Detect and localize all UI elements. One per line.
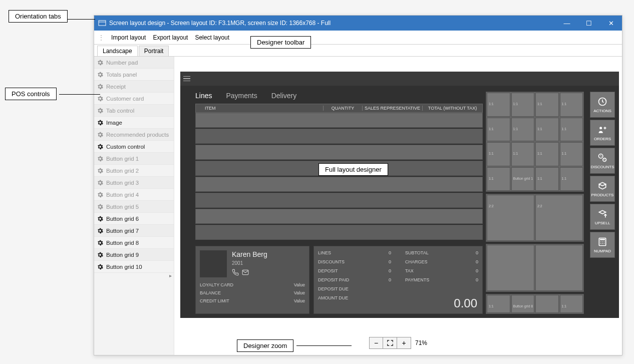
tab-portrait[interactable]: Portrait xyxy=(139,46,169,56)
customer-card[interactable]: Karen Berg 2001 LOYALTY CARDValue BALANC… xyxy=(195,246,309,314)
grid-cell[interactable]: Button grid 1 xyxy=(511,167,535,191)
sidebar-item[interactable]: Number pad xyxy=(94,57,174,69)
grid-cell[interactable]: Button grid 8 xyxy=(511,295,535,313)
zoom-fit-button[interactable] xyxy=(383,337,397,349)
grid-cell[interactable] xyxy=(487,245,534,291)
lines-value: 0 xyxy=(389,250,391,255)
sidebar-pager[interactable]: ▸ xyxy=(94,273,174,280)
grid-cell[interactable]: 1:1 xyxy=(487,295,510,313)
sidebar-item[interactable]: Custom control xyxy=(94,141,174,153)
grid-cell[interactable]: 1:1 xyxy=(560,118,583,142)
table-row[interactable] xyxy=(195,177,483,192)
sidebar-item-label: Button grid 1 xyxy=(106,156,139,162)
grid-cell[interactable] xyxy=(535,295,559,313)
sidebar-item[interactable]: Button grid 10 xyxy=(94,261,174,273)
svg-point-11 xyxy=(600,243,601,244)
button-grid-2[interactable]: 2:22:2 xyxy=(486,194,584,242)
pos-tab-lines[interactable]: Lines xyxy=(195,92,212,100)
callout-line xyxy=(296,345,352,346)
grid-cell[interactable]: 1:1 xyxy=(487,142,510,166)
app-icon xyxy=(98,19,106,27)
grid-cell[interactable]: 1:1 xyxy=(535,93,559,117)
grid-cell[interactable]: 1:1 xyxy=(511,93,535,117)
sidebar-item-label: Image xyxy=(106,120,122,126)
sidebar-item[interactable]: Button grid 2 xyxy=(94,165,174,177)
grid-cell[interactable]: 1:1 xyxy=(511,118,535,142)
svg-point-10 xyxy=(604,241,605,242)
sidebar-item-label: Number pad xyxy=(106,60,138,66)
zoom-controls: − + 71% xyxy=(369,337,427,349)
callout-designer-toolbar: Designer toolbar xyxy=(250,36,311,49)
phone-icon[interactable] xyxy=(232,269,239,276)
sidebar-item[interactable]: Receipt xyxy=(94,81,174,93)
sidebar-item[interactable]: Customer card xyxy=(94,93,174,105)
grid-cell[interactable]: 1:1 xyxy=(560,167,583,191)
deposit-due-label: DEPOSIT DUE xyxy=(318,286,349,291)
hamburger-icon[interactable] xyxy=(183,76,190,82)
grid-cell[interactable]: 1:1 xyxy=(535,142,559,166)
sidebar-item[interactable]: Button grid 7 xyxy=(94,225,174,237)
select-layout-button[interactable]: Select layout xyxy=(195,34,229,41)
grid-cell[interactable]: 1:1 xyxy=(535,167,559,191)
action-button-numpad[interactable]: NUMPAD xyxy=(590,232,615,258)
sidebar-item[interactable]: Totals panel xyxy=(94,69,174,81)
table-row[interactable] xyxy=(195,209,483,224)
orientation-tabs: Landscape Portrait xyxy=(94,45,622,57)
button-grid-1[interactable]: 1:11:11:11:11:11:11:11:11:11:11:11:11:1B… xyxy=(486,92,584,192)
action-button-upsell[interactable]: UPSELL xyxy=(590,204,615,230)
button-grid-8[interactable]: 1:1Button grid 81:1 xyxy=(486,294,584,314)
pos-tab-delivery[interactable]: Delivery xyxy=(271,92,297,100)
layout-designer[interactable]: Lines Payments Delivery ITEM QUANTITY SA… xyxy=(180,72,619,318)
sidebar-item[interactable]: Button grid 5 xyxy=(94,201,174,213)
grid-cell[interactable]: 1:1 xyxy=(487,118,510,142)
grid-cell[interactable]: 2:2 xyxy=(487,195,534,241)
action-label: DISCOUNTS xyxy=(590,165,614,169)
sidebar-item-label: Button grid 7 xyxy=(106,228,139,234)
grid-cell[interactable]: 1:1 xyxy=(535,118,559,142)
table-row[interactable] xyxy=(195,225,483,240)
table-row[interactable] xyxy=(195,129,483,144)
action-button-orders[interactable]: ORDERS xyxy=(590,120,615,146)
grid-cell[interactable]: 1:1 xyxy=(487,93,510,117)
grid-cell[interactable]: 1:1 xyxy=(560,93,583,117)
sidebar-item[interactable]: Button grid 9 xyxy=(94,249,174,261)
minimize-button[interactable]: — xyxy=(556,16,578,31)
grid-cell[interactable]: 2:2 xyxy=(535,195,583,241)
mail-icon[interactable] xyxy=(242,269,249,276)
import-layout-button[interactable]: Import layout xyxy=(111,34,146,41)
action-button-discounts[interactable]: DISCOUNTS xyxy=(590,148,615,174)
sidebar-item[interactable]: Button grid 6 xyxy=(94,213,174,225)
grid-cell[interactable] xyxy=(535,245,583,291)
pos-tab-payments[interactable]: Payments xyxy=(226,92,257,100)
customer-name: Karen Berg xyxy=(232,250,267,258)
maximize-button[interactable]: ☐ xyxy=(578,16,600,31)
sidebar-item[interactable]: Button grid 4 xyxy=(94,189,174,201)
sidebar-item[interactable]: Tab control xyxy=(94,105,174,117)
button-grid-3[interactable] xyxy=(486,244,584,292)
body: Number padTotals panelReceiptCustomer ca… xyxy=(94,57,622,355)
svg-point-8 xyxy=(600,241,601,242)
table-row[interactable] xyxy=(195,145,483,160)
sidebar-item[interactable]: Recommended products xyxy=(94,129,174,141)
sidebar-item[interactable]: Button grid 1 xyxy=(94,153,174,165)
payments-label: PAYMENTS xyxy=(405,277,429,282)
grid-cell[interactable]: 1:1 xyxy=(511,142,535,166)
grid-cell[interactable]: 1:1 xyxy=(560,295,583,313)
table-row[interactable] xyxy=(195,113,483,128)
table-row[interactable] xyxy=(195,193,483,208)
zoom-in-button[interactable]: + xyxy=(397,337,411,349)
zoom-out-button[interactable]: − xyxy=(369,337,383,349)
svg-point-12 xyxy=(602,243,603,244)
action-button-actions[interactable]: ACTIONS xyxy=(590,92,615,118)
tab-landscape[interactable]: Landscape xyxy=(97,46,138,56)
grid-cell[interactable]: 1:1 xyxy=(560,142,583,166)
sidebar-item[interactable]: Button grid 8 xyxy=(94,237,174,249)
sidebar-item[interactable]: Image xyxy=(94,117,174,129)
action-button-products[interactable]: PRODUCTS xyxy=(590,176,615,202)
export-layout-button[interactable]: Export layout xyxy=(153,34,188,41)
grid-cell[interactable]: 1:1 xyxy=(487,167,510,191)
close-button[interactable]: ✕ xyxy=(600,16,622,31)
callout-pos-controls: POS controls xyxy=(5,88,57,100)
sidebar-item[interactable]: Button grid 3 xyxy=(94,177,174,189)
totals-panel[interactable]: LINES0 DISCOUNTS0 DEPOSIT0 DEPOSIT PAID0… xyxy=(313,246,483,314)
